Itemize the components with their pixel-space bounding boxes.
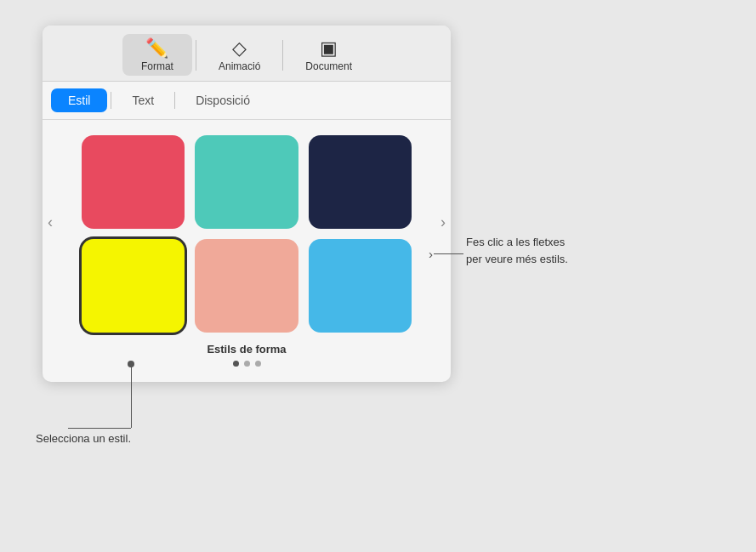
toolbar-divider-2	[282, 40, 283, 71]
style-grid	[58, 135, 435, 333]
toolbar: ✏️ Format ◇ Animació ▣ Document	[43, 26, 451, 82]
tab-disposicio[interactable]: Disposició	[179, 88, 267, 112]
grid-area: ‹ › Estils de forma	[43, 120, 451, 382]
tabs-bar: Estil Text Disposició	[43, 82, 451, 120]
annotation-dot-left	[128, 361, 134, 367]
footer: Estils de forma	[58, 343, 435, 373]
animacio-icon: ◇	[232, 39, 247, 58]
chevron-right-icon: ›	[429, 247, 433, 261]
scene: ✏️ Format ◇ Animació ▣ Document Estil Te…	[0, 17, 756, 552]
dot-3	[255, 361, 261, 367]
dot-2	[244, 361, 250, 367]
animacio-button[interactable]: ◇ Animació	[200, 34, 279, 76]
document-label: Document	[305, 60, 352, 72]
swatch-salmon[interactable]	[195, 239, 298, 333]
nav-arrow-right[interactable]: ›	[435, 210, 451, 235]
document-button[interactable]: ▣ Document	[287, 34, 371, 76]
swatch-sky[interactable]	[309, 239, 412, 333]
swatch-red[interactable]	[82, 135, 185, 229]
pagination-dots	[58, 361, 435, 367]
format-label: Format	[141, 60, 173, 72]
annotation-line-left-vertical	[131, 364, 132, 428]
tab-divider-2	[174, 92, 175, 109]
dot-1	[233, 361, 239, 367]
annotation-text-left: Selecciona un estil.	[36, 432, 131, 445]
swatch-yellow[interactable]	[82, 239, 185, 333]
nav-arrow-left[interactable]: ‹	[43, 210, 58, 235]
annotation-line-right	[434, 253, 463, 254]
swatch-navy[interactable]	[309, 135, 412, 229]
format-panel: ✏️ Format ◇ Animació ▣ Document Estil Te…	[43, 26, 451, 382]
footer-title: Estils de forma	[58, 343, 435, 356]
tab-text[interactable]: Text	[115, 88, 171, 112]
annotation-line-left-horizontal	[68, 428, 131, 429]
annotation-text-right: Fes clic a les fletxesper veure més esti…	[466, 234, 568, 268]
tab-divider-1	[111, 92, 111, 109]
format-icon: ✏️	[145, 39, 168, 58]
animacio-label: Animació	[219, 60, 260, 72]
swatch-teal[interactable]	[195, 135, 298, 229]
toolbar-divider-1	[196, 40, 196, 71]
document-icon: ▣	[320, 39, 338, 58]
format-button[interactable]: ✏️ Format	[122, 34, 192, 76]
tab-estil[interactable]: Estil	[51, 88, 107, 112]
